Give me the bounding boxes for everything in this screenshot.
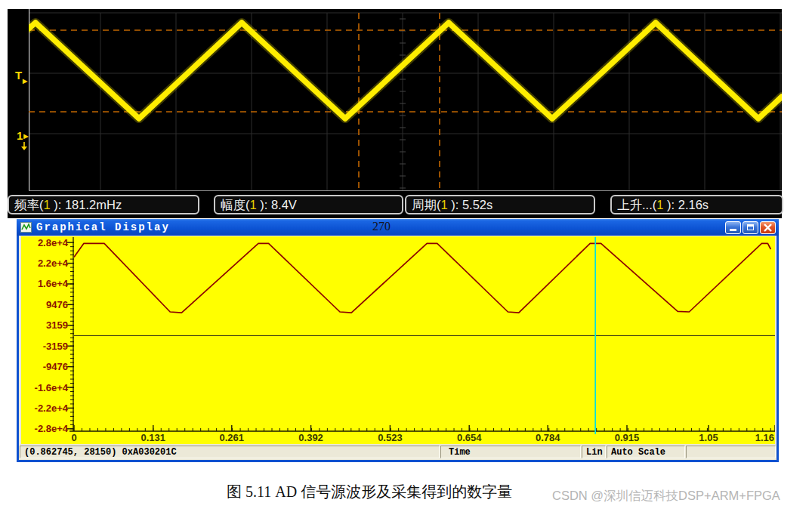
cursor-readout: (0.862745, 28150) 0xA030201C [20, 446, 440, 458]
meas-channel: 1 [441, 198, 448, 211]
measurement-row: 频率(1 ): 181.2mHz 幅度(1 ): 8.4V 周期(1 ): 5.… [8, 195, 782, 215]
x-tick-label: 0.784 [536, 432, 560, 443]
y-tick-label: -2.2e+4 [35, 403, 69, 414]
adc-waveform-trace [74, 243, 770, 313]
channel1-arrow-icon: ▶ [23, 133, 28, 140]
window-controls [724, 221, 776, 234]
oscilloscope-panel: T ▶ 1▶ 频率(1 ): 181.2mHz 幅度(1 ): 8.4V 周期(… [8, 9, 782, 218]
watermark: CSDN @深圳信迈科技DSP+ARM+FPGA [552, 488, 780, 504]
maximize-icon [747, 224, 754, 230]
x-tick-label: 0.261 [220, 432, 245, 443]
y-tick-label: -9476 [43, 361, 68, 372]
channel1-marker: 1▶ [17, 130, 29, 151]
y-tick-label: 9476 [46, 299, 68, 310]
y-tick-label: 2.2e+4 [38, 258, 69, 269]
x-tick-label: 0.392 [298, 432, 323, 443]
x-tick-label: 0.523 [378, 432, 403, 443]
trigger-arrow-icon: ▶ [23, 79, 27, 85]
status-bar: (0.862745, 28150) 0xA030201C Time Lin Au… [19, 444, 776, 460]
adc-plot-svg: 2.8e+42.2e+41.6e+494763159-3159-9476-1.6… [21, 236, 775, 444]
window-title: Graphical Display [36, 221, 170, 233]
meas-channel: 1 [250, 198, 257, 211]
meas-value: 5.52s [462, 198, 492, 211]
meas-value: 2.16s [678, 198, 709, 211]
measurement-frequency: 频率(1 ): 181.2mHz [8, 195, 199, 214]
x-axis-domain-label: Time [440, 446, 581, 458]
scale-mode-label: Lin [582, 446, 606, 458]
meas-channel: 1 [44, 198, 51, 211]
y-tick-label: 2.8e+4 [38, 237, 69, 248]
x-tick-label: 1.16 [755, 432, 774, 443]
status-empty-panel [686, 446, 776, 458]
x-tick-label: 0 [71, 432, 76, 443]
trigger-label: T [15, 69, 22, 82]
x-tick-label: 0.131 [141, 432, 166, 443]
oscilloscope-waveform-svg [29, 9, 782, 191]
autoscale-label: Auto Scale [607, 446, 685, 458]
figure-caption: 图 5.11 AD 信号源波形及采集得到的数字量 [227, 482, 512, 502]
ground-icon [20, 142, 29, 151]
app-icon [20, 222, 32, 233]
meas-value: 8.4V [271, 198, 297, 211]
y-tick-label: -2.8e+4 [35, 423, 69, 434]
measurement-amplitude: 幅度(1 ): 8.4V [214, 195, 403, 214]
meas-label: 幅度 [221, 198, 245, 211]
measurement-period: 周期(1 ): 5.52s [405, 195, 595, 214]
maximize-button[interactable] [743, 221, 758, 234]
measurement-risetime: 上升...(1 ): 2.16s [610, 195, 783, 214]
channel1-label: 1 [17, 129, 23, 142]
page-number-overlay: 270 [372, 220, 391, 233]
y-tick-label: 1.6e+4 [38, 278, 69, 289]
graphical-display-window: Graphical Display 270 2.8e+42.2e+41.6e+4… [17, 219, 779, 462]
meas-label: 频率 [14, 198, 39, 211]
scope-waveform-trace [29, 23, 782, 119]
y-tick-label: -1.6e+4 [35, 382, 69, 393]
meas-value: 181.2mHz [65, 198, 122, 211]
window-titlebar[interactable]: Graphical Display [17, 219, 779, 236]
trigger-level-marker: T ▶ [15, 69, 27, 85]
close-icon [764, 224, 772, 232]
oscilloscope-screen [29, 9, 782, 191]
minimize-icon [730, 229, 736, 231]
close-button[interactable] [760, 221, 776, 234]
x-tick-label: 0.654 [457, 432, 482, 443]
y-tick-label: -3159 [43, 341, 68, 352]
minimize-button[interactable] [725, 221, 741, 234]
y-tick-label: 3159 [46, 319, 68, 331]
meas-label: 上升... [617, 198, 653, 211]
x-tick-label: 0.915 [615, 432, 640, 443]
meas-label: 周期 [412, 198, 437, 211]
plot-area: 2.8e+42.2e+41.6e+494763159-3159-9476-1.6… [21, 236, 775, 444]
page: T ▶ 1▶ 频率(1 ): 181.2mHz 幅度(1 ): 8.4V 周期(… [0, 0, 812, 512]
x-tick-label: 1.05 [699, 432, 718, 443]
